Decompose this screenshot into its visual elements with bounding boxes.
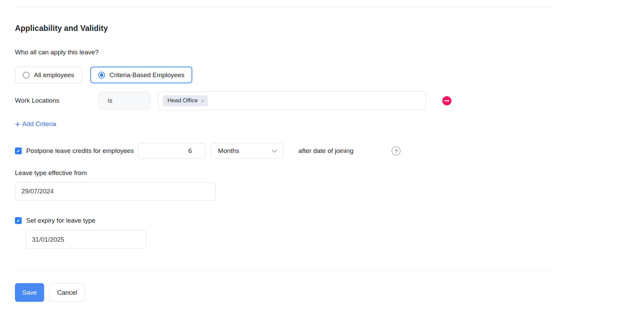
postpone-suffix-label: after date of joining xyxy=(299,147,354,155)
radio-selected-icon[interactable] xyxy=(98,72,105,79)
plus-icon: + xyxy=(15,121,20,127)
form-actions: Save Cancel xyxy=(15,283,644,302)
section-divider-bottom xyxy=(15,270,551,271)
expiry-date-input[interactable] xyxy=(25,230,146,249)
chevron-down-icon xyxy=(271,149,278,153)
section-divider-top xyxy=(15,7,551,7)
expiry-checkbox[interactable]: ✓ xyxy=(15,217,22,224)
postpone-row: ✓ Postpone leave credits for employees M… xyxy=(15,143,644,159)
postpone-duration-input[interactable] xyxy=(138,143,205,159)
postpone-checkbox[interactable]: ✓ xyxy=(15,148,22,154)
option-all-employees-label: All employees xyxy=(34,71,74,79)
apply-options-group: All employees Criteria-Based Employees xyxy=(15,67,644,83)
effective-from-date-input[interactable] xyxy=(15,182,216,201)
remove-criteria-icon[interactable] xyxy=(442,96,451,105)
checkmark-icon: ✓ xyxy=(16,218,20,223)
postpone-label: Postpone leave credits for employees xyxy=(26,147,134,155)
checkmark-icon: ✓ xyxy=(16,148,20,154)
criteria-operator-select[interactable]: is xyxy=(99,92,151,109)
add-criteria-label: Add Criteria xyxy=(22,120,56,128)
option-all-employees[interactable]: All employees xyxy=(15,67,82,83)
criteria-values-multiselect[interactable]: Head Office × xyxy=(158,91,426,110)
duration-unit-select[interactable]: Months xyxy=(211,143,284,159)
save-button[interactable]: Save xyxy=(15,283,44,302)
criteria-chip: Head Office × xyxy=(163,95,208,106)
question-mark-glyph: ? xyxy=(395,148,397,154)
criteria-row: Work Locations is Head Office × xyxy=(15,91,644,110)
add-criteria-link[interactable]: + Add Criteria xyxy=(15,120,56,128)
option-criteria-based-employees[interactable]: Criteria-Based Employees xyxy=(90,67,192,83)
apply-question-label: Who all can apply this leave? xyxy=(15,48,644,56)
page-title: Applicability and Validity xyxy=(15,23,644,33)
duration-unit-value: Months xyxy=(218,147,239,155)
criteria-chip-label: Head Office xyxy=(167,97,198,104)
expiry-label: Set expiry for leave type xyxy=(26,217,95,224)
effective-from-label: Leave type effective from xyxy=(15,169,644,177)
chip-remove-icon[interactable]: × xyxy=(201,98,204,104)
radio-unselected-icon[interactable] xyxy=(23,72,30,79)
criteria-operator-value: is xyxy=(108,97,112,104)
expiry-row: ✓ Set expiry for leave type xyxy=(15,217,644,224)
option-criteria-based-label: Criteria-Based Employees xyxy=(109,71,184,79)
criteria-field-label: Work Locations xyxy=(15,97,99,104)
help-icon[interactable]: ? xyxy=(392,146,400,155)
cancel-button[interactable]: Cancel xyxy=(49,283,85,302)
